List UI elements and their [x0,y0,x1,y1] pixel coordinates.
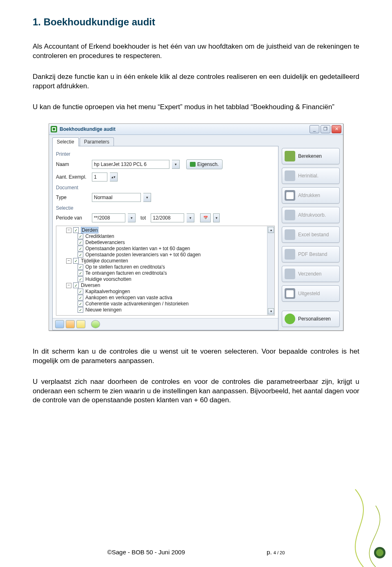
pdf-button[interactable]: PDF Bestand [282,246,340,262]
tree-item[interactable]: Openstaande posten klanten van + tot 60 … [85,246,190,251]
eigensch-icon [190,162,196,167]
tree-item[interactable]: Debetleveranciers [85,240,125,245]
tab-selectie[interactable]: Selectie [52,137,79,146]
section-selectie-label: Selectie [56,205,275,211]
checkbox[interactable]: ✓ [78,289,83,294]
excel-button[interactable]: Excel bestand [282,226,340,243]
label-type: Type [56,195,89,200]
pdf-label: PDF Bestand [298,251,327,257]
printer-dropdown-button[interactable]: ▾ [172,160,180,169]
checkbox[interactable]: ✓ [78,307,83,313]
checkbox[interactable]: ✓ [73,227,79,233]
tree-item[interactable]: Aankopen en verkopen van vaste activa [85,295,172,300]
tree-item[interactable]: Kapitaalverhogingen [85,289,130,294]
type-field[interactable]: Normaal [92,193,141,202]
bottom-toolbar [53,318,278,330]
afdrukvoorb-button[interactable]: Afdrukvoorb. [282,207,340,223]
paragraph: In dit scherm kan u de controles die u w… [33,347,359,366]
checkbox[interactable]: ✓ [78,270,83,276]
tree-scrollbar[interactable]: ▴ ▾ [267,226,274,315]
tree-item[interactable]: Coherentie vaste activarekeningen / hist… [85,301,189,307]
uitgesteld-label: Uitgesteld [298,291,320,296]
tree-item[interactable]: Nieuwe leningen [85,307,122,313]
exempl-spinner[interactable]: ▴▾ [110,173,118,182]
checkbox[interactable]: ✓ [73,282,79,288]
toolbar-button[interactable] [76,320,85,328]
toolbar-button[interactable] [55,320,64,328]
berekenen-button[interactable]: Berekenen [282,148,340,164]
footer-copyright: ©Sage - BOB 50 - Juni 2009 [107,549,185,556]
periode-from-field[interactable]: **/2008 [92,213,125,222]
tree-item[interactable]: Te ontvangen facturen en creditnota's [85,270,167,276]
page-heading: 1. Boekhoudkundige audit [33,16,359,28]
checkbox[interactable]: ✓ [73,258,79,264]
periode-to-field[interactable]: 12/2008 [151,213,184,222]
herinit-label: Herinitial. [298,173,318,179]
eigensch-button[interactable]: Eigensch. [186,159,223,169]
checkbox[interactable]: ✓ [78,295,83,300]
checkbox[interactable]: ✓ [78,301,83,307]
screenshot-dialog: Boekhoudkundige audit _ ❐ ✕ Selectie Par… [49,123,343,331]
tree-item[interactable]: Op te stellen facturen en creditnota's [85,264,165,270]
printer-name-field[interactable]: hp LaserJet 1320 PCL 6 [92,160,169,169]
checkbox[interactable]: ✓ [78,233,83,239]
checkbox[interactable]: ✓ [78,264,83,270]
printer-icon [285,190,295,201]
checkbox[interactable]: ✓ [78,276,83,282]
scroll-up-icon[interactable]: ▴ [268,227,274,233]
periode-to-dropdown[interactable]: ▾ [187,213,194,222]
section-printer-label: Printer [56,151,275,157]
controls-tree: −✓Derden ✓Creditklanten ✓Debetleverancie… [56,226,275,316]
paragraph: U verplaatst zich naar doorheen de contr… [33,377,359,406]
section-document-label: Document [56,185,275,190]
tree-item[interactable]: Openstaande posten leveranciers van + to… [85,252,201,258]
expand-icon[interactable]: − [66,283,71,288]
footer-page-number: p. 4 / 20 [267,549,285,556]
tree-node-diversen[interactable]: Diversen [81,282,100,288]
window-minimize-button[interactable]: _ [310,125,319,133]
calendar-button[interactable]: 📅 [200,213,211,222]
afdrukvoorb-label: Afdrukvoorb. [298,212,326,218]
afdrukken-label: Afdrukken [298,193,320,198]
actions-column: Berekenen Herinitial. Afdrukken Afdrukvo… [280,135,343,330]
tab-parameters[interactable]: Parameters [80,137,114,146]
excel-label: Excel bestand [298,232,329,238]
calendar-dropdown[interactable]: ▾ [213,213,220,222]
tree-node-derden[interactable]: Derden [81,227,98,233]
app-icon [51,126,57,132]
herinit-button[interactable]: Herinitial. [282,168,340,184]
window-restore-button[interactable]: ❐ [321,125,330,133]
afdrukken-button[interactable]: Afdrukken [282,187,340,204]
personalize-icon [285,314,295,324]
paragraph: Als Accountant of Erkend boekhouder is h… [33,42,359,61]
personaliseren-label: Personaliseren [298,316,331,322]
send-icon [285,269,295,279]
periode-from-dropdown[interactable]: ▾ [128,213,136,222]
checkbox[interactable]: ✓ [78,246,83,251]
verzenden-label: Verzenden [298,271,321,277]
label-tot: tot [140,215,146,221]
checkbox[interactable]: ✓ [78,240,83,245]
tree-node-tijdelijke[interactable]: Tijdelijke documenten [81,258,128,264]
checkbox[interactable]: ✓ [78,252,83,258]
personaliseren-button[interactable]: Personaliseren [282,311,340,327]
berekenen-label: Berekenen [298,153,322,159]
toolbar-refresh-button[interactable] [91,320,100,328]
window-close-button[interactable]: ✕ [332,125,341,133]
tree-item[interactable]: Huidige voorschotten [85,276,131,282]
expand-icon[interactable]: − [66,228,71,233]
tree-item[interactable]: Creditklanten [85,233,114,239]
uitgesteld-button[interactable]: Uitgesteld [282,285,340,302]
exempl-field[interactable]: 1 [92,173,107,182]
dialog-titlebar: Boekhoudkundige audit _ ❐ ✕ [49,124,343,135]
type-dropdown-button[interactable]: ▾ [143,193,151,202]
eraser-icon [285,170,295,181]
scroll-down-icon[interactable]: ▾ [268,308,274,314]
expand-icon[interactable]: − [66,258,71,264]
page-prefix: p. [267,549,274,556]
printer-icon [285,288,295,299]
toolbar-button[interactable] [66,320,75,328]
paragraph: U kan de functie oproepen via het menu “… [33,103,359,112]
label-naam: Naam [56,161,89,167]
verzenden-button[interactable]: Verzenden [282,266,340,282]
